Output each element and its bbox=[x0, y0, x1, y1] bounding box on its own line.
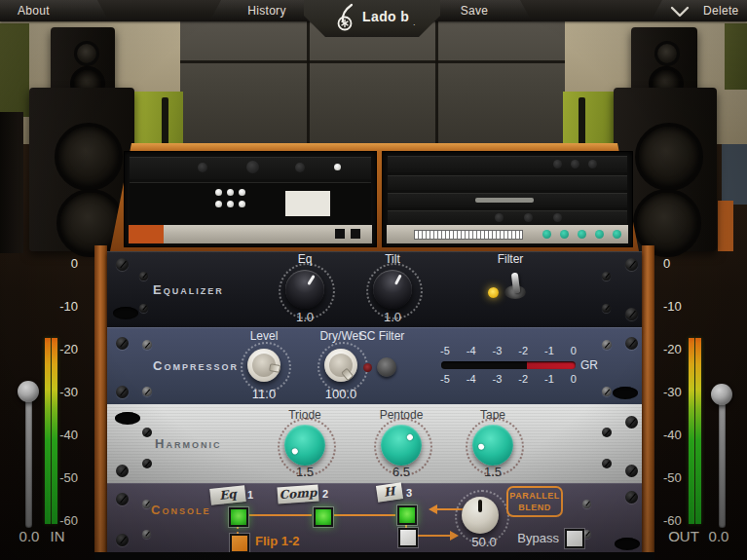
screw bbox=[116, 465, 129, 477]
slot-number-2: 2 bbox=[322, 488, 328, 500]
routing-line-1-2 bbox=[249, 514, 312, 516]
eq-module bbox=[387, 225, 628, 243]
rack-unit-left bbox=[124, 151, 377, 247]
screw bbox=[142, 500, 151, 508]
module-title-equalizer: Equalizer bbox=[153, 282, 224, 297]
bypass-checkbox[interactable] bbox=[565, 529, 584, 548]
flip-toggle[interactable] bbox=[230, 534, 249, 553]
in-label: IN bbox=[43, 528, 72, 544]
screw bbox=[625, 465, 638, 477]
logo-mark: . bbox=[413, 18, 416, 27]
flip-connector bbox=[237, 526, 239, 534]
screw bbox=[625, 308, 638, 320]
rack-rail-right bbox=[642, 245, 654, 560]
in-fader-track[interactable] bbox=[25, 388, 32, 528]
screw bbox=[625, 258, 638, 271]
rack-bottom-shadow bbox=[94, 552, 654, 560]
module-title-console: Console bbox=[151, 503, 210, 517]
drywet-knob[interactable] bbox=[324, 349, 357, 382]
room-shadow-left bbox=[0, 112, 23, 253]
out-fader-handle[interactable] bbox=[711, 384, 732, 405]
flip-label: Flip 1-2 bbox=[255, 534, 333, 548]
level-knob-label: Level bbox=[235, 329, 293, 343]
woofer-driver bbox=[55, 123, 123, 191]
rack-unit-right bbox=[382, 151, 633, 247]
meter-scale-left: -10 bbox=[39, 299, 78, 313]
meter-scale-right: 0 bbox=[663, 256, 702, 270]
screw bbox=[625, 416, 638, 429]
slot2-active-toggle[interactable] bbox=[314, 507, 333, 527]
gr-tick: -3 bbox=[493, 373, 503, 385]
slot-number-1: 1 bbox=[247, 489, 253, 501]
screw bbox=[142, 387, 152, 396]
filter-toggle-switch[interactable] bbox=[504, 268, 526, 299]
level-knob[interactable] bbox=[247, 349, 280, 382]
screw bbox=[142, 340, 152, 350]
gr-tick: -3 bbox=[493, 345, 503, 356]
filter-label: Filter bbox=[481, 252, 540, 266]
screw bbox=[582, 500, 591, 508]
gr-scale-top: -5 -4 -3 -2 -1 0 bbox=[440, 345, 577, 356]
slot-number-3: 3 bbox=[406, 487, 412, 499]
eq-knob[interactable] bbox=[285, 270, 324, 309]
triode-knob[interactable] bbox=[284, 425, 325, 466]
save-button[interactable]: Save bbox=[417, 4, 532, 18]
screw bbox=[602, 340, 612, 350]
patch-card bbox=[285, 191, 330, 216]
screw bbox=[139, 272, 148, 280]
post-route-toggle[interactable] bbox=[398, 528, 418, 547]
screw bbox=[625, 337, 638, 350]
blend-knob[interactable] bbox=[462, 497, 499, 534]
screw bbox=[116, 493, 129, 505]
woofer-driver bbox=[635, 123, 703, 191]
tape-knob[interactable] bbox=[472, 425, 513, 466]
screw bbox=[139, 304, 148, 313]
in-fader-handle[interactable] bbox=[18, 381, 39, 402]
parallel-line2: BLEND bbox=[508, 502, 561, 513]
chevron-down-icon[interactable] bbox=[669, 5, 691, 22]
drywet-knob-value: 100.0 bbox=[317, 387, 365, 401]
module-title-harmonic: Harmonic bbox=[155, 436, 221, 451]
about-button[interactable]: About bbox=[18, 4, 50, 18]
slot3-active-toggle[interactable] bbox=[397, 505, 417, 525]
screw bbox=[142, 530, 151, 539]
screw bbox=[116, 386, 129, 398]
screw bbox=[142, 459, 152, 468]
tilt-knob[interactable] bbox=[373, 270, 412, 309]
bypass-label: Bypass bbox=[501, 531, 559, 545]
screw bbox=[602, 428, 612, 437]
slot1-active-toggle[interactable] bbox=[229, 507, 248, 527]
delete-button[interactable]: Delete bbox=[703, 4, 739, 18]
screw bbox=[602, 272, 611, 280]
gr-tick: -1 bbox=[544, 345, 554, 356]
pentode-knob[interactable] bbox=[381, 425, 422, 466]
gr-tick: -5 bbox=[440, 373, 450, 385]
in-meter-bar-right bbox=[52, 338, 57, 524]
gain-reduction-meter bbox=[441, 361, 576, 369]
logo-text: Lado b bbox=[362, 9, 409, 24]
gr-tick: -2 bbox=[518, 373, 528, 385]
rack-module bbox=[388, 210, 627, 225]
gr-scale-bottom: -5 -4 -3 -2 -1 0 bbox=[440, 373, 577, 385]
history-button[interactable]: History bbox=[209, 4, 324, 18]
tweeter-driver bbox=[74, 41, 99, 66]
gr-tick: -1 bbox=[544, 373, 554, 385]
acoustic-panel-corner-right bbox=[725, 23, 747, 90]
tilt-knob-value: 1.0 bbox=[368, 310, 417, 324]
screw bbox=[116, 337, 129, 350]
lado-b-logo-icon bbox=[335, 3, 360, 36]
screw bbox=[602, 387, 612, 396]
slot-tape-3: H bbox=[376, 482, 403, 502]
rack-module bbox=[388, 175, 627, 190]
screw bbox=[116, 258, 129, 271]
rack-module bbox=[130, 157, 371, 179]
sc-filter-button[interactable] bbox=[377, 357, 396, 377]
screw bbox=[602, 459, 612, 468]
gr-tick: 0 bbox=[571, 373, 577, 385]
menu-tab-about bbox=[0, 0, 109, 21]
rack-ear-slot bbox=[615, 538, 640, 550]
rack-module bbox=[388, 193, 627, 207]
out-fader-track[interactable] bbox=[719, 388, 726, 528]
rack-ear-slot bbox=[115, 412, 140, 425]
in-meter-bar-left bbox=[45, 338, 51, 524]
